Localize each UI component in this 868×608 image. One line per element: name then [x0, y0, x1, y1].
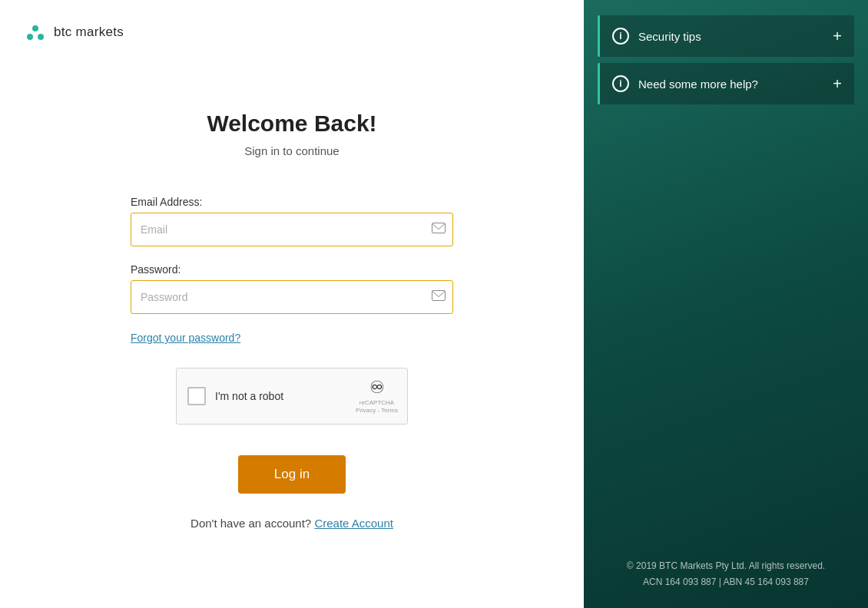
need-help-header[interactable]: i Need some more help? + — [600, 63, 854, 104]
password-group: Password: — [131, 263, 453, 314]
recaptcha-checkbox[interactable] — [187, 387, 206, 405]
welcome-title: Welcome Back! — [207, 111, 376, 137]
right-panel: i Security tips + i Need some more help?… — [584, 0, 868, 608]
forgot-password-link[interactable]: Forgot your password? — [131, 332, 240, 344]
recaptcha-label: I'm not a robot — [215, 390, 283, 402]
svg-point-2 — [32, 25, 38, 31]
password-input[interactable] — [131, 280, 453, 314]
left-panel: btc markets Welcome Back! Sign in to con… — [0, 0, 584, 608]
security-tips-expand-icon: + — [833, 28, 842, 44]
security-tips-info-icon: i — [612, 28, 629, 45]
btc-markets-logo-icon — [25, 21, 46, 43]
recaptcha-logo-icon: ♾ — [369, 378, 385, 398]
password-input-wrapper — [131, 280, 453, 314]
security-tips-accordion[interactable]: i Security tips + — [598, 15, 854, 57]
svg-point-1 — [38, 34, 44, 40]
security-tips-header[interactable]: i Security tips + — [600, 15, 854, 57]
right-panel-footer: © 2019 BTC Markets Pty Ltd. All rights r… — [584, 558, 868, 590]
login-button[interactable]: Log in — [238, 455, 346, 494]
need-help-accordion[interactable]: i Need some more help? + — [598, 63, 854, 104]
svg-rect-3 — [432, 223, 446, 233]
svg-point-0 — [27, 34, 33, 40]
form-container: Welcome Back! Sign in to continue Email … — [0, 64, 584, 608]
recaptcha-brand-text: reCAPTCHAPrivacy - Terms — [356, 399, 398, 414]
need-help-info-icon: i — [612, 75, 629, 92]
logo-area: btc markets — [0, 0, 584, 64]
create-account-row: Don't have an account? Create Account — [190, 517, 393, 530]
email-input[interactable] — [131, 213, 453, 246]
svg-rect-4 — [432, 291, 446, 301]
forgot-password-wrapper: Forgot your password? — [131, 331, 453, 345]
email-icon — [432, 223, 446, 236]
no-account-text: Don't have an account? — [190, 517, 311, 530]
email-input-wrapper — [131, 213, 453, 246]
password-label: Password: — [131, 263, 453, 276]
security-tips-title: Security tips — [638, 30, 823, 43]
create-account-link[interactable]: Create Account — [314, 517, 393, 530]
logo-text: btc markets — [54, 25, 124, 40]
recaptcha-logo-area: ♾ reCAPTCHAPrivacy - Terms — [356, 378, 398, 414]
footer-line1: © 2019 BTC Markets Pty Ltd. All rights r… — [596, 558, 856, 573]
email-group: Email Address: — [131, 196, 453, 246]
footer-line2: ACN 164 093 887 | ABN 45 164 093 887 — [596, 574, 856, 590]
need-help-expand-icon: + — [833, 76, 842, 91]
sign-in-subtitle: Sign in to continue — [244, 144, 339, 157]
password-icon — [432, 290, 446, 304]
need-help-title: Need some more help? — [638, 78, 823, 91]
recaptcha-widget[interactable]: I'm not a robot ♾ reCAPTCHAPrivacy - Ter… — [176, 368, 408, 425]
email-label: Email Address: — [131, 196, 453, 208]
